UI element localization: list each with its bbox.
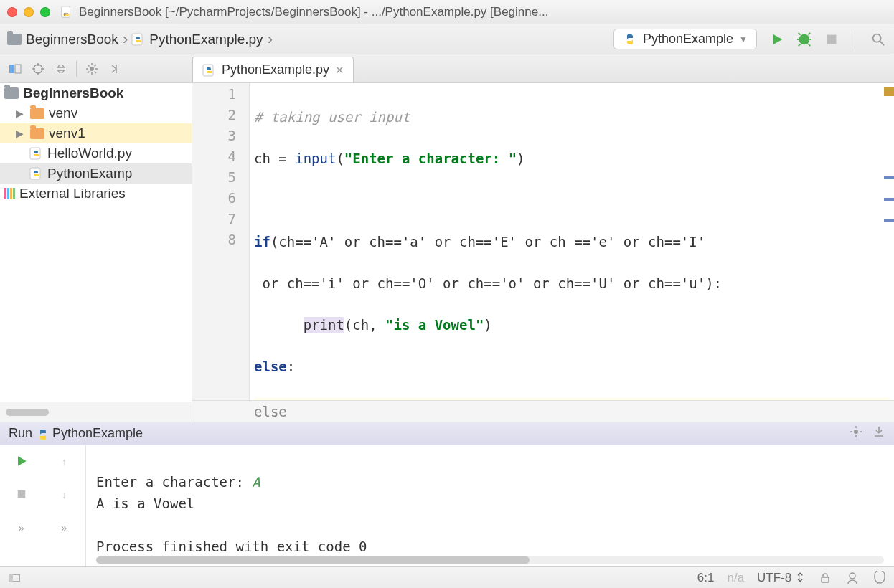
more-button[interactable]: » xyxy=(19,522,24,534)
line-number: 7 xyxy=(192,211,249,232)
cursor-position[interactable]: 6:1 xyxy=(697,571,715,585)
project-root[interactable]: BeginnersBook xyxy=(0,83,192,103)
svg-rect-41 xyxy=(822,577,829,582)
gear-icon[interactable] xyxy=(850,425,862,442)
output-line: A is a Vowel xyxy=(96,495,194,511)
svg-line-28 xyxy=(88,71,90,73)
editor-tab[interactable]: PythonExample.py ✕ xyxy=(192,57,354,82)
code-token: : xyxy=(287,359,295,374)
scrollbar-thumb[interactable] xyxy=(96,556,530,564)
code-token: input xyxy=(295,151,336,166)
folder-icon xyxy=(4,87,19,99)
code-token: else xyxy=(254,359,287,374)
run-side-toolbar: ↑ ↓ » » xyxy=(0,445,86,566)
breadcrumb-file[interactable]: PythonExample.py › xyxy=(131,30,276,49)
svg-line-9 xyxy=(799,44,801,46)
run-output[interactable]: Enter a character: A A is a Vowel Proces… xyxy=(86,445,894,566)
project-item-label: venv xyxy=(49,105,77,121)
line-number: 4 xyxy=(192,148,249,169)
project-tree-scrollbar[interactable] xyxy=(0,402,192,422)
run-output-scrollbar[interactable] xyxy=(96,556,884,564)
close-window-button[interactable] xyxy=(7,7,17,17)
libraries-icon xyxy=(4,188,15,199)
inspector-icon[interactable] xyxy=(845,571,860,585)
run-button[interactable] xyxy=(768,31,786,48)
svg-rect-11 xyxy=(827,34,837,44)
code-area[interactable]: # taking user input ch = input("Enter a … xyxy=(250,83,894,400)
svg-rect-31 xyxy=(30,148,40,159)
code-token: (ch=='A' or ch=='a' or ch=='E' or ch =='… xyxy=(270,234,705,250)
download-icon[interactable] xyxy=(872,425,885,442)
project-tree[interactable]: BeginnersBook ▶ venv ▶ venv1 HelloWorld.… xyxy=(0,83,192,422)
debug-button[interactable] xyxy=(796,31,813,48)
external-libraries-label: External Libraries xyxy=(19,186,126,201)
svg-line-8 xyxy=(809,32,811,34)
code-token: "Enter a character: " xyxy=(344,151,517,166)
output-line: Enter a character: xyxy=(96,474,252,490)
code-token: or ch=='i' or ch=='O' or ch=='o' or ch==… xyxy=(254,275,722,291)
run-toolbar xyxy=(768,30,887,49)
expand-arrow-icon[interactable]: ▶ xyxy=(16,108,26,119)
stop-button[interactable] xyxy=(15,488,28,503)
svg-line-27 xyxy=(95,71,97,73)
external-libraries[interactable]: External Libraries xyxy=(0,184,192,204)
python-file-icon xyxy=(623,32,637,47)
breadcrumb-root[interactable]: BeginnersBook › xyxy=(7,30,131,49)
project-item-label: HelloWorld.py xyxy=(47,146,132,161)
down-button[interactable]: ↓ xyxy=(62,489,67,501)
up-button[interactable]: ↑ xyxy=(62,456,67,468)
project-item-venv1[interactable]: ▶ venv1 xyxy=(0,123,192,143)
maximize-window-button[interactable] xyxy=(40,7,50,17)
project-item-venv[interactable]: ▶ venv xyxy=(0,103,192,123)
run-configuration-label: PythonExample xyxy=(643,32,733,47)
line-number: 8 xyxy=(192,232,249,252)
python-file-icon xyxy=(29,166,43,181)
line-number: 1 xyxy=(192,86,249,107)
window-controls xyxy=(7,7,50,17)
code-token: ) xyxy=(484,317,491,333)
code-token: ) xyxy=(517,151,524,166)
python-file-icon xyxy=(202,63,216,77)
search-everywhere-button[interactable] xyxy=(870,31,887,48)
code-token: # taking user input xyxy=(254,109,410,125)
editor-marker-strip[interactable] xyxy=(884,83,894,400)
rerun-button[interactable] xyxy=(14,454,29,470)
app-file-icon: PY xyxy=(60,6,73,19)
chevron-right-icon: › xyxy=(268,30,273,49)
lock-icon[interactable] xyxy=(818,571,832,585)
minimize-window-button[interactable] xyxy=(24,7,34,17)
editor-breadcrumb-status[interactable]: else xyxy=(192,400,894,422)
project-view-button[interactable] xyxy=(7,61,23,77)
hide-button[interactable] xyxy=(107,61,123,77)
collapse-all-button[interactable] xyxy=(53,61,69,77)
stop-button[interactable] xyxy=(823,31,840,48)
project-tool-buttons xyxy=(0,54,192,82)
line-number: 6 xyxy=(192,190,249,211)
chevron-down-icon: ▼ xyxy=(739,34,748,44)
target-button[interactable] xyxy=(30,61,46,77)
run-tool-label: Run xyxy=(9,426,32,441)
event-log-icon[interactable] xyxy=(872,571,887,585)
settings-gear-button[interactable] xyxy=(84,61,100,77)
svg-rect-30 xyxy=(203,65,213,76)
main-area: BeginnersBook ▶ venv ▶ venv1 HelloWorld.… xyxy=(0,83,894,422)
svg-rect-38 xyxy=(18,490,26,498)
output-user-input: A xyxy=(252,474,260,490)
line-number: 3 xyxy=(192,128,249,148)
svg-point-42 xyxy=(850,573,855,579)
run-tool-header[interactable]: Run PythonExample xyxy=(0,422,894,445)
editor: 1 2 3 4 5 6 7 8 # taking user input ch =… xyxy=(192,83,894,422)
gutter[interactable]: 1 2 3 4 5 6 7 8 xyxy=(192,83,250,400)
folder-icon xyxy=(30,128,44,139)
project-item-helloworld[interactable]: HelloWorld.py xyxy=(0,143,192,163)
run-configuration-selector[interactable]: PythonExample ▼ xyxy=(613,29,757,49)
expand-arrow-icon[interactable]: ▶ xyxy=(16,128,26,139)
project-item-label: venv1 xyxy=(49,125,85,141)
tool-window-toggle[interactable] xyxy=(7,571,22,585)
code-token: ch = xyxy=(254,151,295,166)
file-encoding[interactable]: UTF-8 ⇕ xyxy=(757,570,805,585)
more-button-2[interactable]: » xyxy=(61,522,67,534)
scrollbar-thumb[interactable] xyxy=(6,409,49,416)
project-item-pythonexample[interactable]: PythonExamp xyxy=(0,163,192,184)
close-tab-button[interactable]: ✕ xyxy=(335,64,344,77)
